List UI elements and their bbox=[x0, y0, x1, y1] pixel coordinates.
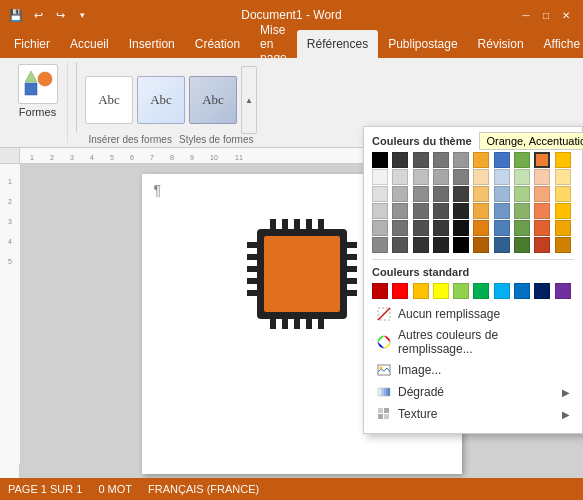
theme-color-cell[interactable] bbox=[494, 220, 510, 236]
theme-color-cell[interactable] bbox=[494, 203, 510, 219]
theme-color-cell[interactable] bbox=[433, 186, 449, 202]
theme-color-cell[interactable] bbox=[555, 220, 571, 236]
theme-color-cell[interactable] bbox=[473, 220, 489, 236]
theme-color-cell[interactable] bbox=[392, 220, 408, 236]
theme-color-cell[interactable] bbox=[433, 220, 449, 236]
standard-color-cell[interactable] bbox=[494, 283, 510, 299]
theme-color-cell[interactable] bbox=[555, 186, 571, 202]
theme-color-cell[interactable] bbox=[372, 237, 388, 253]
theme-color-cell[interactable] bbox=[392, 152, 408, 168]
theme-color-cell[interactable] bbox=[514, 237, 530, 253]
tab-mep[interactable]: Mise en page bbox=[250, 30, 297, 58]
theme-color-cell[interactable] bbox=[392, 186, 408, 202]
tab-creation[interactable]: Création bbox=[185, 30, 250, 58]
theme-color-cell[interactable] bbox=[392, 203, 408, 219]
theme-color-cell[interactable] bbox=[514, 186, 530, 202]
customize-qa-icon[interactable]: ▾ bbox=[74, 7, 90, 23]
theme-color-cell[interactable] bbox=[514, 203, 530, 219]
redo-icon[interactable]: ↪ bbox=[52, 7, 68, 23]
formes-button[interactable]: Formes bbox=[18, 64, 58, 118]
style-scroll-up[interactable]: ▲ bbox=[241, 66, 257, 134]
theme-color-cell[interactable] bbox=[453, 152, 469, 168]
theme-color-cell[interactable] bbox=[433, 203, 449, 219]
theme-color-cell[interactable] bbox=[453, 237, 469, 253]
theme-color-cell[interactable] bbox=[514, 169, 530, 185]
theme-color-cell[interactable] bbox=[555, 237, 571, 253]
standard-color-cell[interactable] bbox=[555, 283, 571, 299]
style-button-1[interactable]: Abc bbox=[85, 76, 133, 124]
theme-color-cell[interactable] bbox=[372, 169, 388, 185]
standard-color-cell[interactable] bbox=[534, 283, 550, 299]
tab-insertion[interactable]: Insertion bbox=[119, 30, 185, 58]
theme-color-cell[interactable] bbox=[473, 186, 489, 202]
theme-color-cell[interactable] bbox=[494, 152, 510, 168]
theme-color-cell[interactable] bbox=[494, 169, 510, 185]
theme-colors-grid: Orange, Accentuation2 bbox=[372, 152, 574, 253]
tab-references[interactable]: Références bbox=[297, 30, 378, 58]
save-icon[interactable]: 💾 bbox=[8, 7, 24, 23]
theme-color-cell[interactable] bbox=[372, 186, 388, 202]
more-colors-item[interactable]: Autres couleurs de remplissage... bbox=[372, 325, 574, 359]
theme-color-cell[interactable] bbox=[534, 220, 550, 236]
theme-color-cell[interactable] bbox=[413, 203, 429, 219]
tab-accueil[interactable]: Accueil bbox=[60, 30, 119, 58]
theme-color-cell[interactable] bbox=[372, 152, 388, 168]
maximize-button[interactable]: □ bbox=[537, 6, 555, 24]
standard-color-cell[interactable] bbox=[473, 283, 489, 299]
theme-color-cell[interactable] bbox=[534, 169, 550, 185]
theme-color-cell[interactable]: Orange, Accentuation2 bbox=[534, 152, 550, 168]
theme-color-cell[interactable] bbox=[534, 203, 550, 219]
style-button-3[interactable]: Abc bbox=[189, 76, 237, 124]
gradient-item[interactable]: Dégradé ▶ bbox=[372, 381, 574, 403]
theme-color-cell[interactable] bbox=[392, 237, 408, 253]
formes-icon[interactable] bbox=[18, 64, 58, 104]
undo-icon[interactable]: ↩ bbox=[30, 7, 46, 23]
standard-color-cell[interactable] bbox=[413, 283, 429, 299]
theme-color-cell[interactable] bbox=[413, 237, 429, 253]
theme-color-cell[interactable] bbox=[555, 152, 571, 168]
tab-publipostage[interactable]: Publipostage bbox=[378, 30, 467, 58]
theme-color-cell[interactable] bbox=[433, 169, 449, 185]
theme-color-cell[interactable] bbox=[433, 152, 449, 168]
theme-color-cell[interactable] bbox=[413, 186, 429, 202]
theme-color-cell[interactable] bbox=[555, 203, 571, 219]
tab-fichier[interactable]: Fichier bbox=[4, 30, 60, 58]
image-item[interactable]: Image... bbox=[372, 359, 574, 381]
theme-color-cell[interactable] bbox=[473, 237, 489, 253]
theme-color-cell[interactable] bbox=[453, 186, 469, 202]
no-fill-item[interactable]: Aucun remplissage bbox=[372, 303, 574, 325]
close-button[interactable]: ✕ bbox=[557, 6, 575, 24]
theme-color-cell[interactable] bbox=[453, 220, 469, 236]
texture-item[interactable]: Texture ▶ bbox=[372, 403, 574, 425]
chip-graphic[interactable] bbox=[242, 214, 362, 334]
theme-color-cell[interactable] bbox=[494, 237, 510, 253]
theme-color-cell[interactable] bbox=[413, 220, 429, 236]
theme-color-cell[interactable] bbox=[433, 237, 449, 253]
theme-color-cell[interactable] bbox=[372, 203, 388, 219]
theme-color-cell[interactable] bbox=[473, 152, 489, 168]
standard-color-cell[interactable] bbox=[433, 283, 449, 299]
theme-color-cell[interactable] bbox=[473, 203, 489, 219]
tab-affiche[interactable]: Affiche bbox=[534, 30, 583, 58]
minimize-button[interactable]: ─ bbox=[517, 6, 535, 24]
theme-color-cell[interactable] bbox=[534, 237, 550, 253]
theme-color-cell[interactable] bbox=[514, 220, 530, 236]
theme-color-cell[interactable] bbox=[453, 203, 469, 219]
theme-color-cell[interactable] bbox=[473, 169, 489, 185]
style-button-2[interactable]: Abc bbox=[137, 76, 185, 124]
standard-color-cell[interactable] bbox=[392, 283, 408, 299]
theme-color-cell[interactable] bbox=[494, 186, 510, 202]
theme-color-cell[interactable] bbox=[453, 169, 469, 185]
standard-color-cell[interactable] bbox=[453, 283, 469, 299]
theme-color-cell[interactable] bbox=[555, 169, 571, 185]
style-box-3: Abc bbox=[189, 76, 237, 124]
tab-revision[interactable]: Révision bbox=[468, 30, 534, 58]
theme-color-cell[interactable] bbox=[413, 152, 429, 168]
standard-color-cell[interactable] bbox=[372, 283, 388, 299]
theme-color-cell[interactable] bbox=[372, 220, 388, 236]
standard-color-cell[interactable] bbox=[514, 283, 530, 299]
theme-color-cell[interactable] bbox=[514, 152, 530, 168]
theme-color-cell[interactable] bbox=[413, 169, 429, 185]
theme-color-cell[interactable] bbox=[392, 169, 408, 185]
theme-color-cell[interactable] bbox=[534, 186, 550, 202]
